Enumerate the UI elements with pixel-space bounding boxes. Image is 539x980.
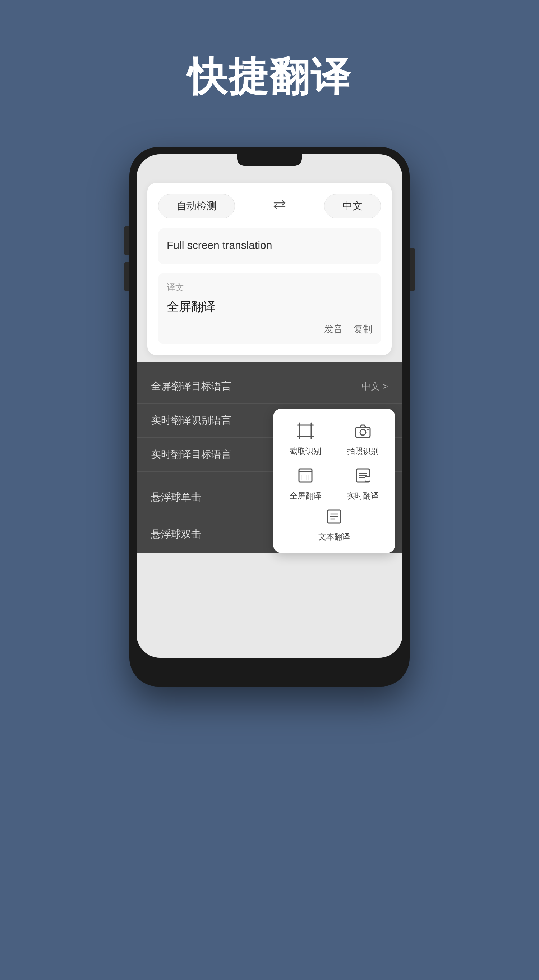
fullscreen-label: 全屏翻译 — [290, 490, 321, 501]
page-title: 快捷翻译 — [187, 50, 352, 104]
phone-notch — [237, 154, 302, 166]
input-area[interactable]: Full screen translation — [158, 228, 381, 264]
menu-item-text[interactable]: 文本翻译 — [319, 505, 350, 542]
copy-button[interactable]: 复制 — [354, 323, 372, 336]
crop-icon — [294, 419, 317, 442]
fullscreen-target-label: 全屏翻译目标语言 — [151, 379, 231, 393]
volume-up-button — [124, 226, 128, 255]
menu-item-screenshot[interactable]: 截取识别 — [280, 419, 331, 457]
realtime-icon — [352, 464, 374, 487]
svg-point-10 — [360, 430, 366, 435]
menu-item-camera[interactable]: 拍照识别 — [338, 419, 388, 457]
output-actions: 发音 复制 — [167, 323, 372, 336]
power-button — [411, 248, 415, 291]
text-icon — [323, 505, 346, 528]
output-text: 全屏翻译 — [167, 298, 372, 316]
menu-item-realtime[interactable]: 实时翻译 — [338, 464, 388, 501]
source-lang-button[interactable]: 自动检测 — [158, 194, 235, 218]
fullscreen-target-value: 中文 > — [361, 380, 388, 393]
input-text: Full screen translation — [167, 237, 372, 253]
single-tap-label: 悬浮球单击 — [151, 490, 201, 504]
output-label: 译文 — [167, 282, 372, 293]
realtime-source-label: 实时翻译识别语言 — [151, 414, 231, 427]
target-lang-button[interactable]: 中文 — [324, 194, 381, 218]
lang-selector: 自动检测 中文 — [158, 194, 381, 218]
camera-icon — [352, 419, 374, 442]
floating-menu-container: 悬浮球单击 功能选项 > 悬浮球双击 截取识别 > — [136, 479, 403, 553]
phone-screen: 自动检测 中文 Full screen translation — [136, 154, 403, 658]
realtime-label: 实时翻译 — [347, 490, 379, 501]
realtime-target-label: 实时翻译目标语言 — [151, 448, 231, 461]
text-translate-label: 文本翻译 — [319, 531, 350, 542]
output-area: 译文 全屏翻译 发音 复制 — [158, 273, 381, 344]
floating-action-menu: 截取识别 — [273, 409, 395, 553]
floating-menu-bottom: 文本翻译 — [280, 505, 388, 542]
floating-menu-grid: 截取识别 — [280, 419, 388, 501]
screenshot-label: 截取识别 — [290, 446, 321, 457]
phone-frame: 自动检测 中文 Full screen translation — [129, 147, 410, 687]
pronunciation-button[interactable]: 发音 — [324, 323, 343, 336]
svg-rect-12 — [299, 469, 312, 482]
menu-item-fullscreen[interactable]: 全屏翻译 — [280, 464, 331, 501]
double-tap-label: 悬浮球双击 — [151, 528, 201, 541]
svg-rect-0 — [300, 425, 311, 437]
fullscreen-icon — [294, 464, 317, 487]
screen-content: 自动检测 中文 Full screen translation — [136, 154, 403, 658]
camera-label: 拍照识别 — [347, 446, 379, 457]
svg-rect-18 — [365, 476, 370, 481]
translation-card: 自动检测 中文 Full screen translation — [147, 183, 392, 355]
swap-languages-button[interactable] — [273, 199, 287, 213]
settings-item-fullscreen-target[interactable]: 全屏翻译目标语言 中文 > — [136, 369, 403, 404]
volume-down-button — [124, 262, 128, 291]
svg-point-11 — [367, 429, 369, 430]
